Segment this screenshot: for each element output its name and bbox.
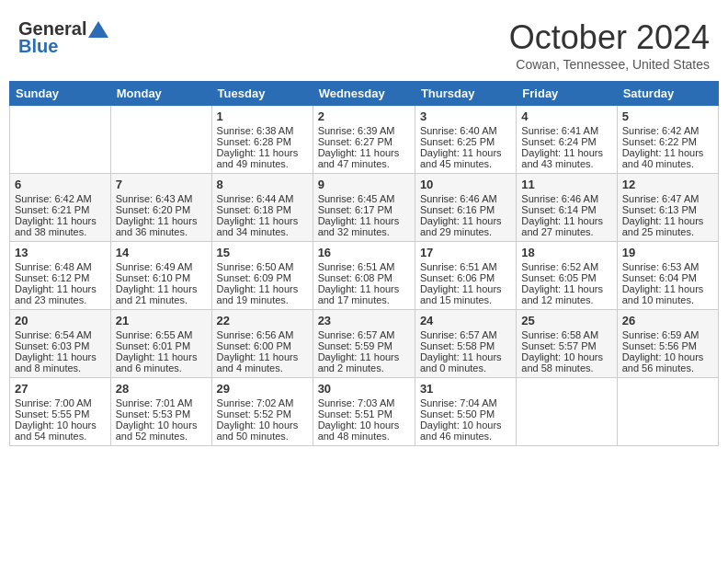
day-number: 22: [217, 314, 308, 327]
sunrise-text: Sunrise: 6:42 AM: [622, 125, 713, 136]
weekday-header-cell: Friday: [517, 82, 617, 106]
calendar-day-cell: 13Sunrise: 6:48 AMSunset: 6:12 PMDayligh…: [10, 242, 111, 310]
day-number: 6: [15, 178, 106, 191]
calendar-day-cell: [110, 106, 211, 174]
sunset-text: Sunset: 6:22 PM: [622, 136, 713, 147]
daylight-text: Daylight: 11 hours and 45 minutes.: [420, 147, 511, 169]
sunrise-text: Sunrise: 6:46 AM: [420, 193, 511, 204]
sunrise-text: Sunrise: 6:47 AM: [622, 193, 713, 204]
sunset-text: Sunset: 5:55 PM: [15, 408, 106, 419]
daylight-text: Daylight: 10 hours and 46 minutes.: [420, 419, 511, 442]
sunset-text: Sunset: 5:57 PM: [521, 340, 611, 351]
sunset-text: Sunset: 6:03 PM: [15, 340, 106, 351]
day-number: 4: [521, 109, 611, 123]
sunset-text: Sunset: 6:17 PM: [318, 204, 410, 215]
sunset-text: Sunset: 6:09 PM: [217, 272, 308, 283]
sunset-text: Sunset: 6:01 PM: [116, 340, 207, 351]
logo-blue-text: Blue: [18, 36, 58, 57]
sunrise-text: Sunrise: 6:50 AM: [217, 261, 308, 272]
sunrise-text: Sunrise: 7:03 AM: [318, 397, 410, 408]
calendar-day-cell: 3Sunrise: 6:40 AMSunset: 6:25 PMDaylight…: [415, 106, 516, 174]
calendar-day-cell: 7Sunrise: 6:43 AMSunset: 6:20 PMDaylight…: [110, 174, 211, 242]
daylight-text: Daylight: 11 hours and 47 minutes.: [318, 147, 410, 169]
sunset-text: Sunset: 6:25 PM: [420, 136, 511, 147]
day-number: 24: [420, 314, 511, 327]
daylight-text: Daylight: 11 hours and 43 minutes.: [521, 147, 611, 169]
daylight-text: Daylight: 11 hours and 4 minutes.: [217, 351, 308, 373]
sunset-text: Sunset: 6:28 PM: [217, 136, 308, 147]
sunset-text: Sunset: 5:59 PM: [318, 340, 410, 351]
sunrise-text: Sunrise: 6:48 AM: [15, 261, 106, 272]
sunrise-text: Sunrise: 6:42 AM: [15, 193, 106, 204]
sunset-text: Sunset: 6:24 PM: [521, 136, 611, 147]
sunrise-text: Sunrise: 6:45 AM: [318, 193, 410, 204]
daylight-text: Daylight: 11 hours and 49 minutes.: [217, 147, 308, 169]
day-number: 8: [217, 178, 308, 191]
daylight-text: Daylight: 11 hours and 23 minutes.: [15, 283, 106, 305]
sunrise-text: Sunrise: 7:00 AM: [15, 397, 106, 408]
sunset-text: Sunset: 6:08 PM: [318, 272, 410, 283]
sunset-text: Sunset: 5:58 PM: [420, 340, 511, 351]
daylight-text: Daylight: 11 hours and 2 minutes.: [318, 351, 410, 373]
day-number: 10: [420, 178, 511, 191]
sunrise-text: Sunrise: 7:01 AM: [116, 397, 207, 408]
logo: General Blue: [18, 18, 108, 57]
day-number: 25: [521, 314, 611, 327]
day-number: 5: [622, 109, 713, 123]
sunrise-text: Sunrise: 6:51 AM: [420, 261, 511, 272]
daylight-text: Daylight: 11 hours and 27 minutes.: [521, 215, 611, 237]
day-number: 9: [318, 178, 410, 191]
daylight-text: Daylight: 11 hours and 0 minutes.: [420, 351, 511, 373]
calendar-day-cell: 26Sunrise: 6:59 AMSunset: 5:56 PMDayligh…: [617, 310, 718, 378]
weekday-header-cell: Tuesday: [211, 82, 313, 106]
sunset-text: Sunset: 6:13 PM: [622, 204, 713, 215]
day-number: 1: [217, 109, 308, 123]
sunset-text: Sunset: 6:14 PM: [521, 204, 611, 215]
calendar-week-row: 20Sunrise: 6:54 AMSunset: 6:03 PMDayligh…: [10, 310, 719, 378]
calendar-body: 1Sunrise: 6:38 AMSunset: 6:28 PMDaylight…: [10, 106, 719, 446]
sunrise-text: Sunrise: 6:59 AM: [622, 329, 713, 340]
calendar-day-cell: 18Sunrise: 6:52 AMSunset: 6:05 PMDayligh…: [517, 242, 617, 310]
sunset-text: Sunset: 5:56 PM: [622, 340, 713, 351]
calendar-day-cell: 12Sunrise: 6:47 AMSunset: 6:13 PMDayligh…: [617, 174, 718, 242]
daylight-text: Daylight: 11 hours and 38 minutes.: [15, 215, 106, 237]
sunset-text: Sunset: 6:00 PM: [217, 340, 308, 351]
day-number: 3: [420, 109, 511, 123]
calendar-day-cell: 24Sunrise: 6:57 AMSunset: 5:58 PMDayligh…: [415, 310, 516, 378]
day-number: 11: [521, 178, 611, 191]
sunset-text: Sunset: 5:53 PM: [116, 408, 207, 419]
calendar-day-cell: 19Sunrise: 6:53 AMSunset: 6:04 PMDayligh…: [617, 242, 718, 310]
calendar-table: SundayMondayTuesdayWednesdayThursdayFrid…: [9, 81, 719, 446]
sunrise-text: Sunrise: 6:53 AM: [622, 261, 713, 272]
sunset-text: Sunset: 6:27 PM: [318, 136, 410, 147]
svg-marker-0: [88, 21, 108, 38]
daylight-text: Daylight: 10 hours and 48 minutes.: [318, 419, 410, 442]
calendar-day-cell: 30Sunrise: 7:03 AMSunset: 5:51 PMDayligh…: [313, 378, 415, 446]
day-number: 23: [318, 314, 410, 327]
daylight-text: Daylight: 11 hours and 12 minutes.: [521, 283, 611, 305]
sunrise-text: Sunrise: 6:51 AM: [318, 261, 410, 272]
daylight-text: Daylight: 11 hours and 34 minutes.: [217, 215, 308, 237]
daylight-text: Daylight: 11 hours and 17 minutes.: [318, 283, 410, 305]
day-number: 15: [217, 246, 308, 259]
weekday-header-cell: Sunday: [10, 82, 111, 106]
day-number: 26: [622, 314, 713, 327]
calendar-day-cell: 10Sunrise: 6:46 AMSunset: 6:16 PMDayligh…: [415, 174, 516, 242]
sunrise-text: Sunrise: 6:56 AM: [217, 329, 308, 340]
calendar-week-row: 1Sunrise: 6:38 AMSunset: 6:28 PMDaylight…: [10, 106, 719, 174]
sunrise-text: Sunrise: 6:57 AM: [318, 329, 410, 340]
day-number: 19: [622, 246, 713, 259]
sunset-text: Sunset: 5:52 PM: [217, 408, 308, 419]
calendar-day-cell: 21Sunrise: 6:55 AMSunset: 6:01 PMDayligh…: [110, 310, 211, 378]
day-number: 13: [15, 246, 106, 259]
calendar-day-cell: 11Sunrise: 6:46 AMSunset: 6:14 PMDayligh…: [517, 174, 617, 242]
logo-icon: [88, 21, 108, 38]
daylight-text: Daylight: 11 hours and 15 minutes.: [420, 283, 511, 305]
month-title: October 2024: [509, 18, 710, 57]
calendar-day-cell: 22Sunrise: 6:56 AMSunset: 6:00 PMDayligh…: [211, 310, 313, 378]
calendar-day-cell: 27Sunrise: 7:00 AMSunset: 5:55 PMDayligh…: [10, 378, 111, 446]
calendar-day-cell: 14Sunrise: 6:49 AMSunset: 6:10 PMDayligh…: [110, 242, 211, 310]
daylight-text: Daylight: 10 hours and 58 minutes.: [521, 351, 611, 373]
calendar-day-cell: 8Sunrise: 6:44 AMSunset: 6:18 PMDaylight…: [211, 174, 313, 242]
sunrise-text: Sunrise: 6:41 AM: [521, 125, 611, 136]
